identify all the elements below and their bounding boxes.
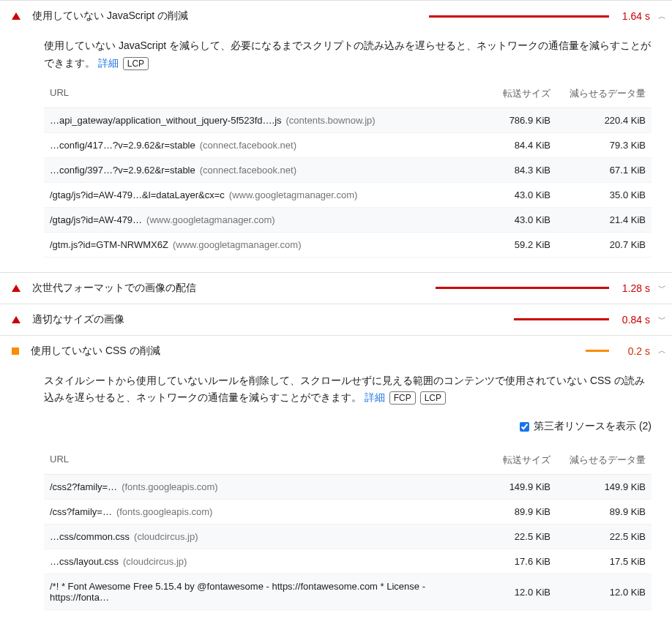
- third-party-toggle: 第三者リソースを表示 (2): [44, 410, 652, 439]
- savings-bar: [514, 318, 609, 320]
- savings-cell: 89.9 KiB: [556, 500, 652, 525]
- column-header: 減らせるデータ量: [556, 446, 652, 475]
- size-cell: 59.2 KiB: [476, 232, 556, 257]
- url-host: (www.googletagmanager.com): [146, 214, 275, 225]
- size-cell: 12.0 KiB: [476, 574, 556, 610]
- url-host: (fonts.googleapis.com): [122, 481, 218, 492]
- chevron-down-icon[interactable]: ﹀: [657, 315, 666, 324]
- audit-body: スタイルシートから使用していないルールを削除して、スクロールせずに見える範囲のコ…: [0, 366, 672, 624]
- resources-table: URL転送サイズ減らせるデータ量/css2?family=…(fonts.goo…: [44, 446, 652, 610]
- chevron-up-icon[interactable]: ︿: [657, 12, 666, 20]
- audit-body: 使用していない JavaScript を減らして、必要になるまでスクリプトの読み…: [0, 31, 672, 272]
- size-cell: 22.5 KiB: [476, 525, 556, 549]
- triangle-red-icon: [12, 316, 20, 323]
- audit-image-size: 適切なサイズの画像0.84 s﹀: [0, 304, 672, 335]
- url-cell: …css/layout.css(cloudcircus.jp): [44, 549, 476, 574]
- size-cell: 43.0 KiB: [476, 182, 556, 207]
- chevron-up-icon[interactable]: ︿: [657, 347, 666, 356]
- audit-time: 0.84 s: [618, 314, 650, 326]
- audit-header[interactable]: 使用していない CSS の削減0.2 s︿: [0, 336, 672, 366]
- learn-more-link[interactable]: 詳細: [365, 391, 385, 403]
- savings-cell: 20.7 KiB: [556, 232, 652, 257]
- table-row: /*! * Font Awesome Free 5.15.4 by @fonta…: [44, 574, 652, 610]
- url-cell: /css2?family=…(fonts.googleapis.com): [44, 475, 476, 500]
- table-row: …config/417…?v=2.9.62&r=stable(connect.f…: [44, 132, 652, 157]
- size-cell: 43.0 KiB: [476, 207, 556, 232]
- savings-cell: 12.0 KiB: [556, 574, 652, 610]
- savings-cell: 21.4 KiB: [556, 207, 652, 232]
- metric-tag: FCP: [389, 391, 416, 405]
- size-cell: 84.4 KiB: [476, 132, 556, 157]
- audit-title: 使用していない JavaScript の削減: [32, 10, 429, 23]
- size-cell: 17.6 KiB: [476, 549, 556, 574]
- table-row: …config/397…?v=2.9.62&r=stable(connect.f…: [44, 157, 652, 182]
- triangle-red-icon: [12, 12, 20, 20]
- savings-bar: [436, 287, 609, 289]
- chevron-down-icon[interactable]: ﹀: [657, 284, 666, 293]
- audit-time: 1.64 s: [618, 10, 650, 22]
- audit-title: 適切なサイズの画像: [32, 313, 514, 326]
- third-party-label: 第三者リソースを表示 (2): [534, 420, 652, 433]
- table-row: /gtag/js?id=AW-479…(www.googletagmanager…: [44, 207, 652, 232]
- size-cell: 89.9 KiB: [476, 500, 556, 525]
- url-host: (fonts.googleapis.com): [116, 506, 213, 517]
- square-orange-icon: [12, 347, 19, 355]
- url-cell: /*! * Font Awesome Free 5.15.4 by @fonta…: [44, 574, 476, 610]
- url-host: (www.googletagmanager.com): [173, 239, 302, 250]
- table-row: /css?family=…(fonts.googleapis.com)89.9 …: [44, 500, 652, 525]
- savings-cell: 79.3 KiB: [556, 132, 652, 157]
- audit-time: 0.2 s: [618, 345, 650, 357]
- audit-unused-js: 使用していない JavaScript の削減1.64 s︿使用していない Jav…: [0, 0, 672, 272]
- column-header: URL: [44, 446, 476, 475]
- column-header: 減らせるデータ量: [556, 80, 652, 108]
- savings-cell: 17.5 KiB: [556, 549, 652, 574]
- savings-cell: 220.4 KiB: [556, 108, 652, 132]
- third-party-checkbox[interactable]: [520, 422, 529, 432]
- audit-next-gen-images: 次世代フォーマットでの画像の配信1.28 s﹀: [0, 272, 672, 304]
- url-host: (cloudcircus.jp): [134, 531, 198, 542]
- savings-cell: 22.5 KiB: [556, 525, 652, 549]
- audit-header[interactable]: 適切なサイズの画像0.84 s﹀: [0, 304, 672, 335]
- column-header: 転送サイズ: [476, 80, 556, 108]
- resources-table: URL転送サイズ減らせるデータ量…api_gateway/application…: [44, 80, 652, 258]
- url-host: (connect.facebook.net): [200, 140, 296, 151]
- audit-description: スタイルシートから使用していないルールを削除して、スクロールせずに見える範囲のコ…: [44, 372, 652, 407]
- column-header: 転送サイズ: [476, 446, 556, 475]
- audit-header[interactable]: 使用していない JavaScript の削減1.64 s︿: [0, 1, 672, 31]
- table-row: …api_gateway/application_without_jquery-…: [44, 108, 652, 132]
- savings-bar: [429, 15, 609, 18]
- savings-cell: 149.9 KiB: [556, 475, 652, 500]
- url-cell: /gtag/js?id=AW-479…&l=dataLayer&cx=c(www…: [44, 182, 476, 207]
- url-host: (cloudcircus.jp): [123, 556, 187, 567]
- table-row: …css/common.css(cloudcircus.jp)22.5 KiB2…: [44, 525, 652, 549]
- url-host: (contents.bownow.jp): [286, 115, 376, 126]
- url-cell: …config/417…?v=2.9.62&r=stable(connect.f…: [44, 132, 476, 157]
- url-cell: /gtm.js?id=GTM-NRWMX6Z(www.googletagmana…: [44, 232, 476, 257]
- table-row: /css2?family=…(fonts.googleapis.com)149.…: [44, 475, 652, 500]
- audit-unused-css: 使用していない CSS の削減0.2 s︿スタイルシートから使用していないルール…: [0, 335, 672, 624]
- audit-time: 1.28 s: [618, 282, 650, 294]
- learn-more-link[interactable]: 詳細: [98, 57, 119, 69]
- audit-title: 次世代フォーマットでの画像の配信: [32, 282, 436, 295]
- triangle-red-icon: [12, 285, 20, 292]
- url-host: (connect.facebook.net): [200, 165, 296, 176]
- savings-bar: [572, 350, 609, 352]
- audit-description: 使用していない JavaScript を減らして、必要になるまでスクリプトの読み…: [44, 37, 652, 72]
- audit-header[interactable]: 次世代フォーマットでの画像の配信1.28 s﹀: [0, 273, 672, 304]
- savings-cell: 67.1 KiB: [556, 157, 652, 182]
- url-cell: /css?family=…(fonts.googleapis.com): [44, 500, 476, 525]
- savings-cell: 35.0 KiB: [556, 182, 652, 207]
- url-cell: …api_gateway/application_without_jquery-…: [44, 108, 476, 132]
- size-cell: 786.9 KiB: [476, 108, 556, 132]
- size-cell: 149.9 KiB: [476, 475, 556, 500]
- column-header: URL: [44, 80, 476, 108]
- url-cell: …config/397…?v=2.9.62&r=stable(connect.f…: [44, 157, 476, 182]
- metric-tag: LCP: [123, 57, 149, 70]
- audit-title: 使用していない CSS の削減: [31, 345, 572, 358]
- url-cell: /gtag/js?id=AW-479…(www.googletagmanager…: [44, 207, 476, 232]
- table-row: /gtag/js?id=AW-479…&l=dataLayer&cx=c(www…: [44, 182, 652, 207]
- table-row: /gtm.js?id=GTM-NRWMX6Z(www.googletagmana…: [44, 232, 652, 257]
- metric-tag: LCP: [420, 391, 446, 405]
- url-host: (www.googletagmanager.com): [229, 189, 358, 200]
- url-cell: …css/common.css(cloudcircus.jp): [44, 525, 476, 549]
